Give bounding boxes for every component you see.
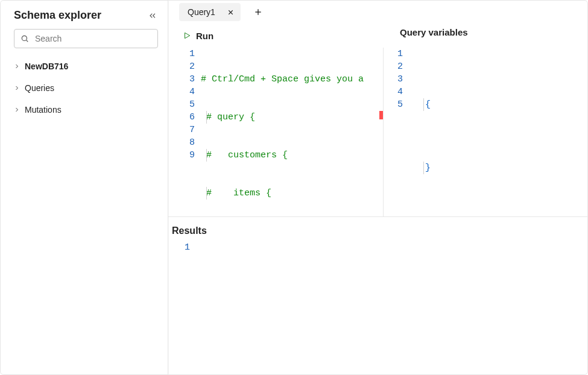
search-input[interactable] xyxy=(34,33,151,44)
code-line: # customers { xyxy=(201,150,288,160)
line-number: 4 xyxy=(388,86,403,98)
new-tab-button[interactable] xyxy=(249,3,267,21)
line-number: 4 xyxy=(173,86,195,98)
search-wrap xyxy=(1,27,168,54)
app-root: Schema explorer xyxy=(0,0,588,375)
chevrons-left-icon[interactable] xyxy=(147,10,158,21)
svg-marker-6 xyxy=(185,33,190,38)
schema-explorer-sidebar: Schema explorer xyxy=(1,1,168,374)
run-label: Run xyxy=(196,31,213,41)
line-number: 7 xyxy=(173,124,195,136)
line-number: 2 xyxy=(173,60,195,73)
line-number: 2 xyxy=(388,60,403,73)
main-area: Query1 xyxy=(168,1,587,374)
line-number: 6 xyxy=(173,111,195,124)
line-number: 5 xyxy=(388,98,403,111)
line-number: 9 xyxy=(173,149,195,162)
editors-row: 1 2 3 4 5 6 7 8 9 # Ctrl/Cmd + Space giv… xyxy=(168,48,587,216)
run-button[interactable]: Run xyxy=(177,28,220,43)
toolbar: Run xyxy=(168,24,587,48)
tab-bar: Query1 xyxy=(168,1,587,24)
line-number: 1 xyxy=(173,48,195,60)
chevron-right-icon xyxy=(13,62,21,71)
tree-item-queries[interactable]: Queries xyxy=(5,77,164,99)
error-marker xyxy=(379,111,383,119)
code-line: # query { xyxy=(201,112,255,122)
sidebar-title: Schema explorer xyxy=(14,9,101,22)
tab-query1[interactable]: Query1 xyxy=(179,3,241,21)
tree-item-label: NewDB716 xyxy=(25,61,68,71)
code-line: } xyxy=(425,163,431,173)
code-line: { xyxy=(425,99,431,110)
code-line: # items { xyxy=(201,188,271,198)
tree-item-label: Queries xyxy=(25,83,54,93)
line-number: 1 xyxy=(172,241,190,254)
results-gutter: 1 xyxy=(172,241,196,254)
sidebar-header: Schema explorer xyxy=(1,7,168,27)
editor-splitter[interactable] xyxy=(383,48,384,216)
line-number: 3 xyxy=(388,73,403,86)
tab-label: Query1 xyxy=(188,7,215,17)
code-line: # Ctrl/Cmd + Space gives you a xyxy=(201,74,364,84)
line-number: 8 xyxy=(173,136,195,149)
tree-item-mutations[interactable]: Mutations xyxy=(5,99,164,121)
chevron-right-icon xyxy=(13,84,21,92)
query-variables-title: Query variables xyxy=(400,27,468,37)
query-editor[interactable]: 1 2 3 4 5 6 7 8 9 # Ctrl/Cmd + Space giv… xyxy=(173,48,383,216)
line-number: 1 xyxy=(388,48,403,60)
play-icon xyxy=(183,31,191,40)
variables-editor[interactable]: 1 2 3 4 5 { } xyxy=(388,48,587,216)
svg-line-1 xyxy=(27,40,28,42)
results-pane: Results 1 xyxy=(168,216,587,374)
query-code[interactable]: # Ctrl/Cmd + Space gives you a # query {… xyxy=(201,48,364,216)
svg-point-0 xyxy=(22,36,27,40)
tree-item-newdb716[interactable]: NewDB716 xyxy=(5,55,164,77)
tree-item-label: Mutations xyxy=(25,105,62,115)
search-icon xyxy=(21,34,29,43)
toolbar-row: Run Query variables xyxy=(168,24,587,48)
chevron-right-icon xyxy=(13,106,21,114)
schema-tree: NewDB716 Queries Mutations xyxy=(1,54,168,121)
search-input-container[interactable] xyxy=(14,29,158,48)
line-number: 5 xyxy=(173,98,195,111)
results-title: Results xyxy=(168,217,587,241)
vars-gutter: 1 2 3 4 5 xyxy=(388,48,409,216)
query-gutter: 1 2 3 4 5 6 7 8 9 xyxy=(173,48,201,216)
line-number: 3 xyxy=(173,73,195,86)
results-editor[interactable]: 1 xyxy=(168,241,587,254)
close-icon[interactable] xyxy=(226,7,236,17)
vars-code[interactable]: { } xyxy=(409,48,463,216)
